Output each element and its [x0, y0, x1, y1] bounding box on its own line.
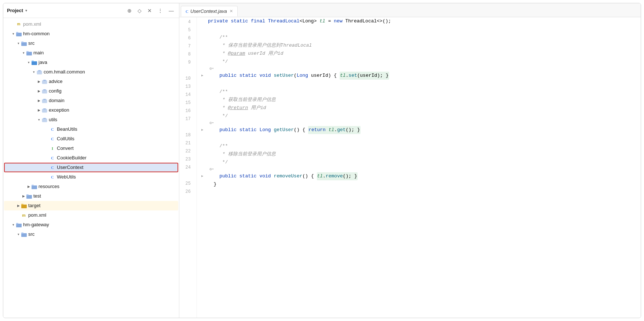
pom-icon-hm-common: m — [21, 212, 27, 218]
arrow-domain: ▶ — [36, 97, 41, 105]
tree-item-pom-parent[interactable]: m pom.xml — [4, 19, 178, 29]
fold-arrow-18[interactable]: ▶ — [201, 126, 203, 134]
folder-icon-target — [21, 203, 27, 209]
svg-rect-9 — [37, 71, 42, 74]
svg-rect-27 — [16, 224, 22, 227]
ln-14: 14 — [179, 91, 194, 99]
tree-item-java[interactable]: ▾ java — [4, 58, 178, 67]
folder-icon-hm-gateway — [16, 222, 22, 228]
tree-label-test: test — [33, 192, 41, 200]
tree-label-src: src — [28, 39, 34, 47]
code-line-25: ▶ public static void removeUser() { tl.r… — [208, 172, 641, 180]
tab-usercontext[interactable]: C UserContext.java ✕ — [181, 6, 238, 17]
code-line-6: /** — [208, 33, 641, 42]
tree-item-exception[interactable]: ▶ exception — [4, 105, 178, 115]
code-line-26: } — [208, 180, 641, 188]
tree-item-hm-common[interactable]: ▾ hm-common — [4, 29, 178, 39]
arrow-java: ▾ — [26, 58, 31, 66]
gutter-line-1[interactable]: ⚙▾ — [208, 66, 641, 72]
tree-item-domain[interactable]: ▶ domain — [4, 96, 178, 105]
tree-item-hm-gateway[interactable]: ▾ hm-gateway — [4, 220, 178, 230]
tree-label-resources: resources — [39, 183, 59, 191]
code-line-18: ▶ public static Long getUser() { return … — [208, 126, 641, 134]
tree-item-utils[interactable]: ▾ utils — [4, 115, 178, 125]
code-line-5 — [208, 25, 641, 33]
folder-icon-src2 — [21, 231, 27, 237]
arrow-exception: ▶ — [36, 106, 41, 114]
options-button[interactable]: ⋮ — [156, 7, 164, 14]
tree-item-pom[interactable]: m pom.xml — [4, 210, 178, 220]
tree-item-usercontext[interactable]: C UserContext — [4, 163, 178, 172]
tree-item-com-hmall-common[interactable]: ▾ com.hmall.common — [4, 67, 178, 77]
tree-item-src[interactable]: ▾ src — [4, 39, 178, 48]
package-icon-domain — [41, 98, 47, 104]
ln-22: 22 — [179, 147, 194, 155]
tree-label-exception: exception — [49, 106, 69, 114]
tab-close-button[interactable]: ✕ — [230, 9, 233, 14]
ln-gutter3: . — [179, 172, 194, 180]
class-icon-webutils: C — [50, 174, 55, 180]
code-line-9: */ — [208, 58, 641, 66]
gutter-line-3[interactable]: ⚙▾ — [208, 166, 641, 172]
code-line-15: * 获取当前登录用户信息 — [208, 96, 641, 104]
svg-rect-7 — [32, 61, 37, 65]
tree-label-src2: src — [28, 230, 34, 238]
svg-rect-17 — [42, 109, 47, 112]
ln-24: 24 — [179, 163, 194, 172]
class-icon-usercontext: C — [50, 165, 55, 170]
svg-rect-15 — [42, 100, 47, 103]
tree-item-advice[interactable]: ▶ advice — [4, 77, 178, 86]
scroll-to-source-button[interactable]: ◇ — [136, 7, 143, 14]
sidebar-chevron[interactable]: ▾ — [25, 8, 27, 12]
svg-rect-11 — [42, 80, 47, 84]
svg-rect-20 — [43, 118, 46, 119]
tree-item-collutils[interactable]: C CollUtils — [4, 134, 178, 144]
tree-item-test[interactable]: ▶ test — [4, 191, 178, 201]
code-line-10: ▶ public static void setUser(Long userId… — [208, 72, 641, 80]
tree-label-pom: pom.xml — [28, 211, 46, 219]
minimize-button[interactable]: — — [167, 7, 175, 14]
svg-rect-18 — [43, 108, 46, 109]
svg-rect-22 — [32, 185, 34, 186]
tree-item-config[interactable]: ▶ config — [4, 86, 178, 96]
code-line-22: /** — [208, 142, 641, 150]
main-container: Project ▾ ⊕ ◇ ✕ ⋮ — m pom.xml ▾ — [3, 3, 641, 318]
tree-label-hm-common: hm-common — [23, 30, 50, 38]
svg-rect-21 — [32, 185, 37, 189]
tree-item-convert[interactable]: I Convert — [4, 144, 178, 153]
tree-label-utils: utils — [49, 116, 57, 124]
arrow-com-hmall-common: ▾ — [31, 68, 36, 76]
tree-item-src2[interactable]: ▾ src — [4, 230, 178, 239]
folder-icon-src — [21, 40, 27, 46]
tree-item-resources[interactable]: ▶ resources — [4, 182, 178, 191]
tree-label-target: target — [28, 202, 40, 210]
add-content-button[interactable]: ⊕ — [126, 7, 133, 14]
ln-6: 6 — [179, 34, 194, 42]
sidebar-actions: ⊕ ◇ ✕ ⋮ — — [126, 7, 175, 14]
tree-label-usercontext: UserContext — [57, 163, 83, 172]
svg-rect-12 — [43, 80, 46, 81]
fold-arrow-10[interactable]: ▶ — [201, 72, 203, 80]
editor-content[interactable]: 4 5 6 7 8 9 . 10 13 14 15 16 17 . 18 21 … — [179, 17, 641, 318]
tree-item-beanutils[interactable]: C BeanUtils — [4, 125, 178, 134]
close-sidebar-button[interactable]: ✕ — [146, 7, 153, 14]
tree-item-webutils[interactable]: C WebUtils — [4, 172, 178, 182]
arrow-target: ▶ — [16, 202, 21, 210]
arrow-src: ▾ — [16, 39, 21, 47]
tree-item-target[interactable]: ▶ target — [4, 201, 178, 210]
arrow-test: ▶ — [21, 192, 26, 200]
ln-16: 16 — [179, 107, 194, 115]
code-area[interactable]: private static final ThreadLocal<Long> t… — [197, 17, 641, 318]
ln-13: 13 — [179, 83, 194, 91]
tree-item-cookiebuilder[interactable]: C CookieBuilder — [4, 153, 178, 163]
code-line-16: * @return 用户id — [208, 104, 641, 112]
svg-rect-30 — [21, 232, 23, 234]
ln-25: 25 — [179, 180, 194, 188]
gutter-line-2[interactable]: ⚙▾ — [208, 120, 641, 126]
tree-item-main[interactable]: ▾ main — [4, 48, 178, 58]
fold-arrow-25[interactable]: ▶ — [201, 172, 203, 180]
pom-icon: m — [16, 21, 22, 27]
ln-gutter1: . — [179, 66, 194, 75]
folder-icon-main — [26, 50, 32, 56]
arrow-hm-common: ▾ — [11, 30, 16, 38]
